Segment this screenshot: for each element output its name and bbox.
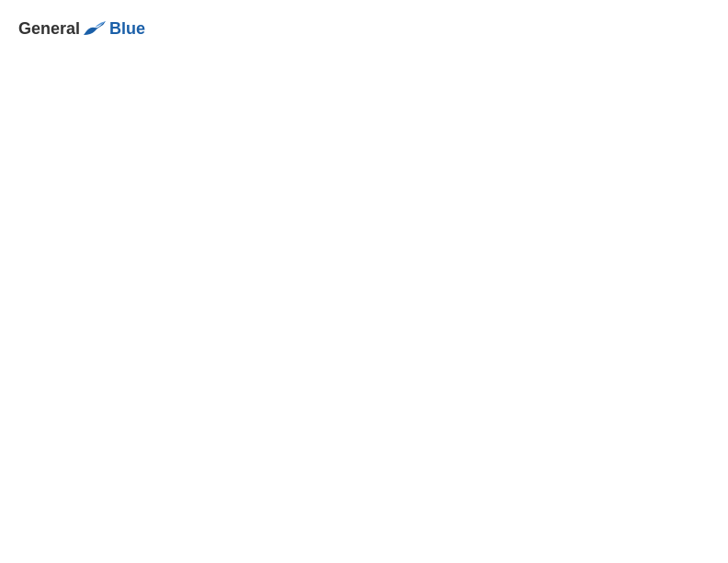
logo: General Blue: [18, 18, 145, 39]
logo-general-text: General: [18, 19, 80, 39]
logo-bird-icon: [82, 18, 108, 39]
logo-blue-text: Blue: [109, 19, 145, 39]
page-header: General Blue: [18, 18, 710, 39]
